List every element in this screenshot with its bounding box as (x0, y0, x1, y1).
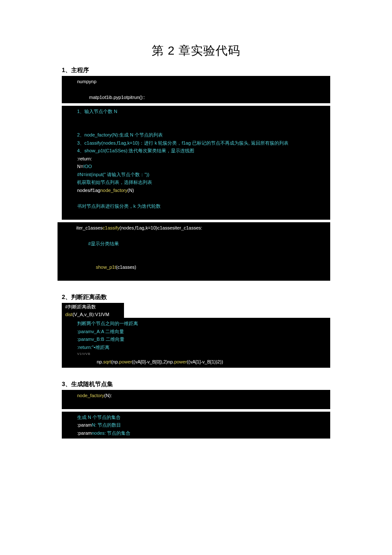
code-text: (V_A,v_B):V1IVM (72, 312, 109, 317)
section-2-heading: 2、判断距离函数 (62, 293, 330, 301)
code-comment: 2、node_factory(N):生成 N 个节点的列表 (65, 131, 327, 139)
code-dim: V1IVVB (65, 351, 327, 358)
code-inline-1: #判断距离函数 (62, 303, 124, 311)
code-comment: nodes: 节点的集合 (92, 430, 130, 436)
code-comment: 生成 N 个节点的集合 (65, 413, 327, 421)
code-blank (64, 247, 327, 256)
code-call: show_p1t (96, 264, 116, 270)
code-blank (65, 115, 327, 123)
page-title: 第 2 章实验代码 (62, 43, 330, 59)
code-comment: #显示分类结果 (64, 240, 327, 248)
code-text: (nodes,f1ag,k=10)c1assesiter_c1asses: (120, 225, 202, 230)
code-line: N=IOO (65, 163, 327, 171)
code-text: nodes/f1ag (77, 188, 100, 193)
code-text: (c1asses) (116, 264, 136, 270)
code-comment: 1、输入节点个数 N (65, 108, 327, 116)
code-text: :param (77, 422, 92, 427)
code-comment: #N=int(input(" 请输入节点个数：")) (65, 171, 327, 179)
code-comment: 机获取初始节点列表，选择标志列表 (65, 178, 327, 186)
page: 第 2 章实验代码 1、主程序 numpynp matp1ot1ib.pyp1o… (0, 0, 392, 555)
code-blank (64, 232, 327, 240)
code-line: node_factory(N): (65, 392, 327, 400)
code-blank (64, 256, 327, 264)
code-blank (65, 194, 327, 202)
code-comment: 4、show_p1t(C1aSSes):迭代每次聚类结果，显示连线图 (65, 147, 327, 155)
code-call: c1assify (103, 225, 120, 230)
code-comment: N: 节点的数目 (92, 422, 121, 427)
code-comment: 3、c1assify(nodes,f1ag,k=10)：进行 k 轮簇分类，f1… (65, 139, 327, 147)
code-call: power (174, 359, 187, 364)
code-comment: :return:"•维距离 (65, 343, 327, 352)
code-block-3a: node_factory(N): (62, 390, 330, 409)
code-line: iter_c1assesc1assify(nodes,f1ag,k=10)c1a… (64, 224, 327, 232)
code-inline-2: dist(V_A,v_B):V1IVM (62, 311, 124, 318)
code-line: matp1ot1ib.pyp1otpitrun():: (65, 93, 327, 102)
code-comment: :paramv_A:A 二维向量 (65, 328, 327, 336)
code-text: ((vA[0]-v_B[0]),2) (132, 359, 168, 364)
code-text: (N): (104, 393, 112, 398)
code-line: :paramN: 节点的数目 (65, 421, 327, 429)
code-line: numpynp (65, 78, 327, 86)
code-comment: 书对节点列表进行簇分类，k 为迭代轮数 (65, 202, 327, 210)
code-line: show_p1t(c1asses) (64, 263, 327, 271)
code-block-2a: 判断两个节点之间的一维距离 :paramv_A:A 二维向量 :paramv_B… (62, 318, 330, 368)
code-line: np.sqrt(np.power((vA[0]-v_B[0]),2)np.pow… (65, 358, 327, 366)
code-comment: 判断两个节点之间的一维距离 (65, 320, 327, 328)
code-blank (64, 271, 327, 279)
code-literal: IOO (83, 164, 92, 169)
code-line: :return: (65, 155, 327, 163)
section-1-heading: 1、主程序 (62, 67, 330, 74)
code-text: (N) (127, 188, 134, 193)
code-text: np. (167, 359, 174, 364)
code-text: matp1ot1ib.pyp1otpitrun():: (89, 95, 145, 100)
code-call: sqrt (103, 359, 111, 364)
code-line: :paramnodes: 节点的集合 (65, 429, 327, 437)
code-text: ((vA[1]-v_B[1))2)) (187, 359, 223, 364)
code-block-1c: iter_c1assesc1assify(nodes,f1ag,k=10)c1a… (58, 222, 330, 281)
code-line: nodes/f1agnode_factory(N) (65, 186, 327, 195)
code-def: dist (65, 312, 72, 317)
code-def: node_factory (77, 393, 104, 398)
code-text: np. (97, 359, 103, 364)
code-call: power (119, 359, 132, 364)
code-text: iter_c1asses (76, 225, 103, 230)
code-blank (65, 399, 327, 407)
code-call: node_factory (100, 188, 127, 193)
code-text: N= (77, 164, 83, 169)
code-blank (65, 123, 327, 131)
code-text: (np. (111, 359, 119, 364)
code-blank (65, 86, 327, 94)
section-3-heading: 3、生成随机节点集 (62, 381, 330, 388)
code-blank (65, 210, 327, 218)
code-block-1a: numpynp matp1ot1ib.pyp1otpitrun():: (62, 76, 330, 103)
code-text: :param (77, 430, 92, 436)
code-block-3b: 生成 N 个节点的集合 :paramN: 节点的数目 :paramnodes: … (62, 412, 330, 439)
code-comment: :paramv_B:B 二维向量 (65, 335, 327, 343)
content-area: 第 2 章实验代码 1、主程序 numpynp matp1ot1ib.pyp1o… (0, 0, 392, 458)
code-block-1b: 1、输入节点个数 N 2、node_factory(N):生成 N 个节点的列表… (62, 106, 330, 220)
